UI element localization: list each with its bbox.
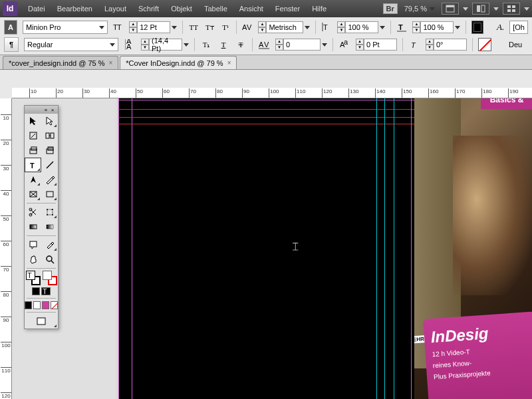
chevron-down-icon[interactable] <box>493 7 499 11</box>
zoom-value: 79,5 % <box>404 5 427 13</box>
vscale-field[interactable]: ▲▼100 % <box>337 21 385 33</box>
close-icon[interactable]: × <box>108 59 112 66</box>
swap-fill-stroke[interactable] <box>43 271 57 285</box>
menu-fenster[interactable]: Fenster <box>270 2 305 15</box>
pen-tool[interactable] <box>25 172 41 187</box>
free-transform-tool[interactable] <box>41 205 58 219</box>
superscript-button[interactable]: T¹ <box>220 21 231 33</box>
character-mode-button[interactable]: A <box>4 20 17 35</box>
direct-selection-tool[interactable] <box>41 114 58 128</box>
svg-point-42 <box>47 209 48 210</box>
small-caps-button[interactable]: Tᴛ <box>204 21 215 33</box>
leading-value[interactable]: (14,4 Pt) <box>149 39 182 51</box>
gradient-feather-tool[interactable] <box>41 219 58 234</box>
baseline-field[interactable]: ▲▼0 Pt <box>356 39 397 51</box>
close-icon[interactable]: × <box>227 59 231 66</box>
text-stroke-swatch[interactable] <box>478 38 491 51</box>
hscale-value[interactable]: 100 % <box>420 21 454 33</box>
gap-tool[interactable] <box>41 128 58 143</box>
eyedropper-tool[interactable] <box>41 237 58 252</box>
chevron-down-icon[interactable] <box>524 7 529 11</box>
font-family-dropdown[interactable]: Minion Pro <box>23 21 108 34</box>
zoom-level-dropdown[interactable]: 79,5 % <box>402 5 438 13</box>
menu-bar: Id Datei Bearbeiten Layout Schrift Objek… <box>0 0 532 17</box>
hscale-field[interactable]: ▲▼100 % <box>412 21 460 33</box>
close-icon[interactable]: × <box>49 107 56 113</box>
menu-objekt[interactable]: Objekt <box>166 2 198 15</box>
vscale-value[interactable]: 100 % <box>345 21 378 33</box>
svg-text:T: T <box>323 23 328 31</box>
kerning-field[interactable]: ▲▼Metrisch <box>258 21 310 33</box>
menu-ansicht[interactable]: Ansicht <box>234 2 269 15</box>
canvas-area[interactable]: ⌶ Basics & LEHR InDesig 12 h Video-T rei… <box>12 98 532 399</box>
menu-datei[interactable]: Datei <box>23 2 51 15</box>
horizontal-ruler[interactable]: 0102030405060708090100110120130140150160… <box>12 88 532 98</box>
all-caps-button[interactable]: TT <box>188 21 199 33</box>
view-mode-button-2[interactable] <box>472 3 489 15</box>
formatting-container-button[interactable]: T <box>41 287 51 295</box>
svg-rect-5 <box>512 5 515 8</box>
zoom-tool[interactable] <box>41 252 58 267</box>
menu-tabelle[interactable]: Tabelle <box>199 2 233 15</box>
view-mode-button-1[interactable] <box>442 3 459 15</box>
document-tab-1[interactable]: *cover_indesign.indd @ 75 %× <box>3 56 118 69</box>
language-dropdown[interactable]: Deu <box>506 38 526 51</box>
note-tool[interactable] <box>25 237 41 252</box>
line-tool[interactable] <box>41 158 58 172</box>
baseline-value[interactable]: 0 Pt <box>364 39 397 51</box>
swatch-black[interactable] <box>25 301 32 309</box>
rectangle-frame-tool[interactable] <box>25 187 41 201</box>
font-size-field[interactable]: ▲▼12 Pt <box>129 21 177 33</box>
tracking-value[interactable]: 0 <box>283 39 321 51</box>
swatch-magenta[interactable] <box>42 301 49 309</box>
chevron-down-icon[interactable] <box>463 7 468 11</box>
hand-tool[interactable] <box>25 252 41 267</box>
swatch-none[interactable] <box>51 301 58 309</box>
subscript-button[interactable]: T₁ <box>200 39 212 51</box>
svg-point-43 <box>52 209 53 210</box>
gradient-swatch-tool[interactable] <box>25 219 41 234</box>
language-value: Deu <box>509 41 522 49</box>
text-fill-swatch[interactable] <box>471 21 483 34</box>
view-mode-tool[interactable] <box>25 314 58 329</box>
rectangle-tool[interactable] <box>41 187 58 201</box>
font-size-value[interactable]: 12 Pt <box>137 21 170 33</box>
content-collector-tool[interactable] <box>25 143 41 158</box>
pencil-tool[interactable] <box>41 172 58 187</box>
apply-color-button[interactable] <box>32 287 40 295</box>
tools-panel[interactable]: «× T T T <box>24 105 59 329</box>
font-style-dropdown[interactable]: Regular <box>24 38 118 51</box>
content-placer-tool[interactable] <box>41 143 58 158</box>
swatch-white[interactable] <box>33 301 41 309</box>
vertical-ruler[interactable]: 0102030405060708090100110120 <box>0 98 12 399</box>
svg-text:a: a <box>344 39 348 46</box>
tracking-field[interactable]: ▲▼0 <box>275 39 327 51</box>
menu-hilfe[interactable]: Hilfe <box>307 2 332 15</box>
menu-schrift[interactable]: Schrift <box>133 2 164 15</box>
type-tool[interactable]: T <box>25 158 41 172</box>
charstyle-dropdown[interactable]: [Oh <box>509 21 528 34</box>
skew-value[interactable]: 0° <box>434 39 467 51</box>
paragraph-mode-button[interactable]: ¶ <box>4 37 19 52</box>
underline-button[interactable]: T <box>217 39 229 51</box>
view-mode-button-3[interactable] <box>503 3 520 15</box>
vscale-icon: T <box>321 21 332 33</box>
strikethrough-button[interactable]: T <box>235 39 247 51</box>
leading-field[interactable]: ▲▼(14,4 Pt) <box>141 39 189 51</box>
menu-layout[interactable]: Layout <box>99 2 132 15</box>
skew-field[interactable]: ▲▼0° <box>426 39 467 51</box>
menu-bearbeiten[interactable]: Bearbeiten <box>52 2 98 15</box>
cover-image[interactable]: Basics & LEHR InDesig 12 h Video-T reine… <box>414 98 532 399</box>
svg-rect-2 <box>477 5 480 12</box>
page-tool[interactable] <box>25 128 41 143</box>
fill-stroke-swatch[interactable]: T <box>26 271 41 285</box>
panel-header[interactable]: «× <box>25 106 58 114</box>
selection-tool[interactable] <box>25 114 41 128</box>
page[interactable]: ⌶ Basics & LEHR InDesig 12 h Video-T rei… <box>118 98 532 399</box>
document-tab-2[interactable]: *Cover InDesign.indd @ 79 %× <box>120 56 237 69</box>
bridge-button[interactable]: Br <box>383 3 398 14</box>
svg-rect-35 <box>30 192 37 197</box>
collapse-icon[interactable]: « <box>43 107 49 113</box>
kerning-value[interactable]: Metrisch <box>266 21 303 33</box>
scissors-tool[interactable] <box>25 205 41 219</box>
